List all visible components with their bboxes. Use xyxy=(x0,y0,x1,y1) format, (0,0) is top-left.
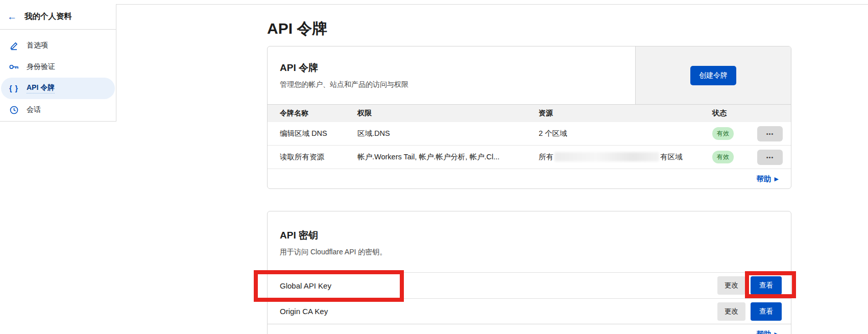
pencil-icon xyxy=(9,41,19,50)
key-row-global-api-key: Global API Key 更改 查看 xyxy=(268,272,791,298)
token-table-header: 令牌名称 权限 资源 状态 xyxy=(268,104,791,122)
help-link[interactable]: 帮助 ▶ xyxy=(757,174,779,184)
sidebar-title: 我的个人资料 xyxy=(25,11,72,22)
api-keys-card-header: API 密钥 用于访问 Cloudflare API 的密钥。 xyxy=(268,211,791,272)
api-tokens-card-header: API 令牌 管理您的帐户、站点和产品的访问与权限 创建令牌 xyxy=(268,46,791,104)
api-keys-card-title: API 密钥 xyxy=(280,229,779,242)
table-row: 编辑区域 DNS 区域.DNS 2 个区域 有效 ••• xyxy=(268,122,791,146)
sidebar-header: ← 我的个人资料 xyxy=(0,4,116,30)
token-row-menu-button[interactable]: ••• xyxy=(757,150,783,165)
help-arrow-icon: ▶ xyxy=(775,176,779,182)
key-row-origin-ca-key: Origin CA Key 更改 查看 xyxy=(268,298,791,324)
token-resources-cell: 所有有区域 xyxy=(539,152,712,162)
token-resources-cell: 2 个区域 xyxy=(539,129,712,138)
key-name-label: Origin CA Key xyxy=(280,307,328,316)
back-arrow-icon[interactable]: ← xyxy=(7,12,17,21)
clock-icon xyxy=(9,106,19,114)
key-name-label: Global API Key xyxy=(280,281,331,290)
create-token-button[interactable]: 创建令牌 xyxy=(690,66,736,85)
sidebar-nav: 首选项 身份验证 { } API 令牌 xyxy=(0,30,116,121)
sidebar-item-authentication[interactable]: 身份验证 xyxy=(1,56,115,78)
token-permissions-cell: 帐户.Workers Tail, 帐户.帐户分析, 帐户.Cl... xyxy=(357,152,539,162)
resources-suffix: 有区域 xyxy=(660,153,683,161)
api-tokens-card-footer: 帮助 ▶ xyxy=(268,169,791,189)
sidebar-item-sessions[interactable]: 会话 xyxy=(1,99,115,121)
top-divider xyxy=(0,4,868,5)
sidebar-item-label: API 令牌 xyxy=(27,83,55,93)
view-key-button[interactable]: 查看 xyxy=(751,302,782,321)
help-link-label: 帮助 xyxy=(757,329,771,334)
api-keys-card-footer: 帮助 ▶ xyxy=(268,324,791,334)
help-link[interactable]: 帮助 ▶ xyxy=(757,329,779,334)
help-link-label: 帮助 xyxy=(757,174,771,184)
sidebar-item-label: 会话 xyxy=(27,105,41,114)
token-name-cell: 读取所有资源 xyxy=(280,152,357,162)
token-name-cell: 编辑区域 DNS xyxy=(280,129,357,138)
status-badge: 有效 xyxy=(712,151,734,163)
api-tokens-card-title: API 令牌 xyxy=(280,61,623,75)
column-header-status: 状态 xyxy=(712,109,757,118)
braces-icon: { } xyxy=(9,84,19,92)
token-row-menu-button[interactable]: ••• xyxy=(757,126,783,141)
api-tokens-card-description: 管理您的帐户、站点和产品的访问与权限 xyxy=(280,80,623,89)
help-arrow-icon: ▶ xyxy=(775,331,779,334)
page-title: API 令牌 xyxy=(267,18,327,39)
change-key-button[interactable]: 更改 xyxy=(717,302,745,321)
change-key-button[interactable]: 更改 xyxy=(717,276,745,295)
key-icon xyxy=(9,64,19,70)
resources-prefix: 所有 xyxy=(539,153,553,161)
api-tokens-card: API 令牌 管理您的帐户、站点和产品的访问与权限 创建令牌 令牌名称 权限 资… xyxy=(267,46,791,189)
token-permissions-cell: 区域.DNS xyxy=(357,129,539,138)
api-tokens-card-header-left: API 令牌 管理您的帐户、站点和产品的访问与权限 xyxy=(268,46,635,104)
column-header-resources: 资源 xyxy=(539,109,712,118)
api-keys-card: API 密钥 用于访问 Cloudflare API 的密钥。 Global A… xyxy=(267,211,791,334)
profile-sidebar: ← 我的个人资料 首选项 身份验证 xyxy=(0,4,116,122)
api-tokens-card-header-panel: 创建令牌 xyxy=(635,46,791,104)
sidebar-item-api-tokens[interactable]: { } API 令牌 xyxy=(1,78,115,99)
column-header-token-name: 令牌名称 xyxy=(280,109,357,118)
redacted-text xyxy=(554,152,659,161)
sidebar-item-label: 首选项 xyxy=(27,41,48,50)
status-badge: 有效 xyxy=(712,127,734,140)
column-header-permissions: 权限 xyxy=(357,109,539,118)
view-key-button[interactable]: 查看 xyxy=(751,276,782,295)
sidebar-item-preferences[interactable]: 首选项 xyxy=(1,35,115,56)
sidebar-item-label: 身份验证 xyxy=(27,62,55,71)
api-keys-card-description: 用于访问 Cloudflare API 的密钥。 xyxy=(280,248,779,257)
table-row: 读取所有资源 帐户.Workers Tail, 帐户.帐户分析, 帐户.Cl..… xyxy=(268,146,791,169)
